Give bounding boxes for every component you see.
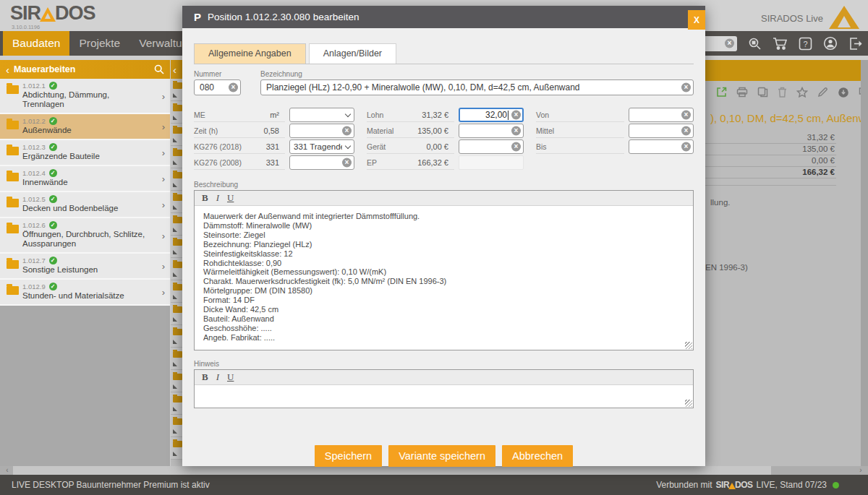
chevron-right-icon[interactable]: › — [162, 199, 165, 210]
sidebar-item-1012-1[interactable]: 1.012.1 Abdichtung, Dämmung, Trennlagen … — [0, 79, 170, 114]
chevron-right-icon[interactable]: › — [162, 230, 165, 241]
tab-anlagen-bilder[interactable]: Anlagen/Bilder — [309, 43, 396, 64]
sirados-live-logo-icon — [829, 6, 859, 29]
tab-allgemeine-angaben[interactable]: Allgemeine Angaben — [194, 43, 306, 64]
edit-pencil-icon[interactable] — [817, 86, 828, 98]
open-external-icon[interactable] — [716, 86, 727, 98]
bezeichnung-input[interactable] — [260, 79, 694, 95]
italic-button[interactable]: I — [216, 371, 219, 383]
vertical-scrollbar[interactable] — [861, 60, 868, 466]
nav-item-projekte[interactable]: Projekte — [69, 31, 129, 56]
scrollbar-thumb[interactable] — [13, 466, 771, 475]
nummer-label: Nummer — [194, 70, 241, 78]
panel2-list-item[interactable] — [171, 415, 182, 437]
resize-handle[interactable] — [685, 342, 692, 349]
back-icon[interactable]: ‹ — [173, 64, 176, 76]
sidebar-item-1012-2[interactable]: 1.012.2 Außenwände › — [0, 114, 170, 140]
scroll-left-icon[interactable]: ‹ — [1, 466, 13, 475]
clear-icon[interactable] — [229, 83, 238, 92]
resize-handle[interactable] — [685, 400, 692, 407]
clear-icon[interactable] — [511, 126, 521, 136]
trash-icon[interactable] — [778, 86, 787, 98]
chevron-right-icon[interactable]: › — [162, 287, 165, 298]
clear-icon[interactable] — [342, 126, 352, 136]
sidebar-item-1012-4[interactable]: 1.012.4 Innenwände › — [0, 166, 170, 192]
italic-button[interactable]: I — [216, 192, 219, 204]
account-icon[interactable] — [822, 35, 838, 51]
kg276-2008-label: KG276 (2008) — [194, 158, 242, 167]
sidebar-item-1012-5[interactable]: 1.012.5 Decken und Bodenbeläge › — [0, 192, 170, 218]
help-icon[interactable]: ? — [797, 35, 813, 51]
panel2-list-item[interactable] — [171, 236, 182, 258]
sidebar-item-1012-9[interactable]: 1.012.9 Stunden- und Materialsätze › — [0, 280, 170, 306]
cart-icon[interactable] — [772, 35, 788, 51]
panel2-list-item[interactable] — [171, 101, 182, 124]
corner-marker-icon — [173, 272, 177, 277]
sidebar-item-1012-6[interactable]: 1.012.6 Öffnungen, Durchbruch, Schlitze,… — [0, 218, 170, 254]
panel2-list-item[interactable] — [171, 191, 182, 213]
chevron-right-icon[interactable]: › — [162, 261, 165, 272]
sidebar-item-1012-3[interactable]: 1.012.3 Ergänzende Bauteile › — [0, 140, 170, 166]
clear-icon[interactable] — [681, 83, 691, 92]
bold-button[interactable]: B — [202, 371, 208, 383]
chevron-right-icon[interactable]: › — [162, 173, 165, 184]
panel2-list-item[interactable] — [171, 124, 182, 146]
panel2-list-item[interactable] — [171, 213, 182, 236]
panel2-list-item[interactable] — [171, 348, 182, 370]
kg276-2018-select[interactable]: 331 Tragende A — [289, 139, 354, 154]
search-clear-icon[interactable] — [725, 39, 734, 48]
variante-speichern-button[interactable]: Variante speichern — [388, 445, 495, 467]
copy-icon[interactable] — [757, 86, 768, 98]
chevron-right-icon[interactable]: › — [162, 90, 165, 101]
panel2-list-item[interactable] — [171, 303, 182, 325]
clear-icon[interactable] — [511, 142, 521, 152]
panel2-list-item[interactable] — [171, 79, 182, 101]
beschreibung-textarea[interactable]: Mauerwerk der Außenwand mit integrierter… — [195, 206, 693, 350]
abbrechen-button[interactable]: Abbrechen — [502, 445, 573, 467]
logo-text-right: DOS — [55, 4, 95, 23]
hinweis-format-toolbar: B I U — [195, 370, 693, 385]
panel2-list-item[interactable] — [171, 437, 182, 460]
speichern-button[interactable]: Speichern — [315, 445, 382, 467]
clear-icon[interactable] — [681, 126, 691, 136]
corner-marker-icon — [173, 429, 177, 434]
item-code: 1.012.7 — [22, 257, 46, 264]
star-icon[interactable] — [796, 86, 808, 98]
underline-button[interactable]: U — [227, 192, 234, 204]
hinweis-textarea[interactable] — [195, 385, 693, 408]
position-edit-dialog: P Position 1.012.2.30.080 bearbeiten X A… — [182, 6, 705, 466]
print-icon[interactable] — [736, 86, 748, 98]
horizontal-scrollbar[interactable]: ‹ › — [0, 466, 868, 475]
app-window: SIR DOS 3.10.0.1196 SIRADOS Live Baudate… — [0, 0, 868, 495]
folder-icon — [173, 150, 182, 156]
underline-button[interactable]: U — [227, 371, 234, 383]
bold-button[interactable]: B — [202, 192, 208, 204]
panel2-list-item[interactable] — [171, 370, 182, 392]
nav-item-baudaten[interactable]: Baudaten — [3, 31, 69, 56]
hinweis-editor: B I U — [194, 369, 694, 408]
panel2-list-item[interactable] — [171, 258, 182, 280]
search-icon[interactable] — [154, 64, 164, 74]
scroll-right-icon[interactable]: › — [855, 466, 867, 475]
me-select[interactable] — [289, 108, 354, 122]
clear-icon[interactable] — [681, 142, 691, 152]
close-button[interactable]: X — [688, 10, 705, 30]
panel2-list-item[interactable] — [171, 146, 182, 168]
download-circle-icon[interactable] — [838, 86, 849, 98]
folder-icon — [7, 260, 19, 269]
panel2-list-item[interactable] — [171, 168, 182, 191]
sidebar-title: Mauerarbeiten — [14, 64, 75, 74]
clear-icon[interactable] — [511, 111, 521, 120]
panel2-list-item[interactable] — [171, 325, 182, 348]
chevron-right-icon[interactable]: › — [162, 121, 165, 132]
chevron-right-icon[interactable]: › — [162, 147, 165, 158]
clear-icon[interactable] — [681, 111, 691, 120]
panel2-list-item[interactable] — [171, 392, 182, 415]
check-badge-icon — [49, 195, 57, 203]
logout-icon[interactable] — [848, 35, 864, 51]
zoom-search-icon[interactable] — [746, 35, 762, 51]
panel2-list-item[interactable] — [171, 280, 182, 303]
sidebar-item-1012-7[interactable]: 1.012.7 Sonstige Leistungen › — [0, 254, 170, 280]
clear-icon[interactable] — [342, 158, 352, 168]
back-icon[interactable]: ‹ — [6, 64, 9, 76]
